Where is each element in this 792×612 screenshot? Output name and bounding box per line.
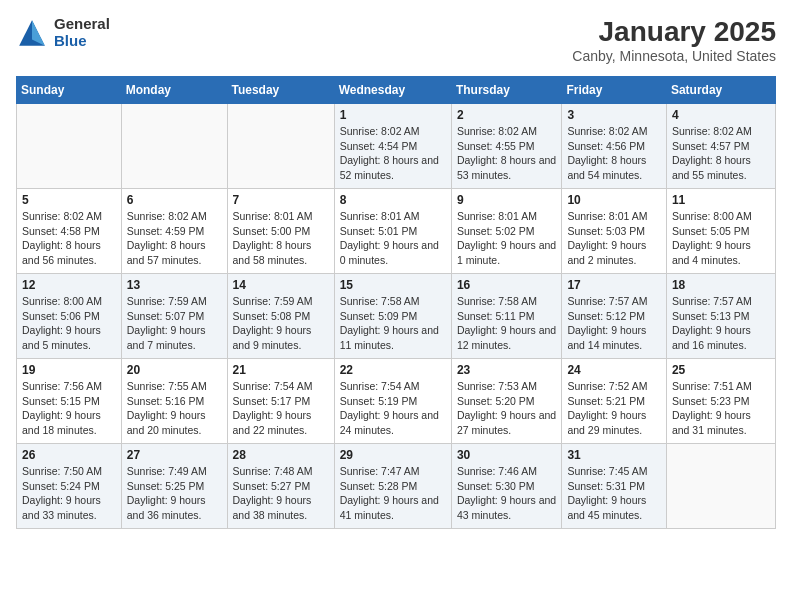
day-number: 24 bbox=[567, 363, 660, 377]
day-info: Sunrise: 8:02 AMSunset: 4:57 PMDaylight:… bbox=[672, 124, 770, 183]
day-number: 31 bbox=[567, 448, 660, 462]
logo-general: General bbox=[54, 16, 110, 33]
day-number: 20 bbox=[127, 363, 222, 377]
week-row-2: 5Sunrise: 8:02 AMSunset: 4:58 PMDaylight… bbox=[17, 189, 776, 274]
day-cell: 30Sunrise: 7:46 AMSunset: 5:30 PMDayligh… bbox=[451, 444, 562, 529]
header-row: SundayMondayTuesdayWednesdayThursdayFrid… bbox=[17, 77, 776, 104]
day-cell: 5Sunrise: 8:02 AMSunset: 4:58 PMDaylight… bbox=[17, 189, 122, 274]
day-number: 22 bbox=[340, 363, 446, 377]
day-info: Sunrise: 7:51 AMSunset: 5:23 PMDaylight:… bbox=[672, 379, 770, 438]
day-cell: 29Sunrise: 7:47 AMSunset: 5:28 PMDayligh… bbox=[334, 444, 451, 529]
day-info: Sunrise: 7:45 AMSunset: 5:31 PMDaylight:… bbox=[567, 464, 660, 523]
day-number: 8 bbox=[340, 193, 446, 207]
day-info: Sunrise: 8:01 AMSunset: 5:03 PMDaylight:… bbox=[567, 209, 660, 268]
day-cell: 15Sunrise: 7:58 AMSunset: 5:09 PMDayligh… bbox=[334, 274, 451, 359]
day-number: 12 bbox=[22, 278, 116, 292]
page-header: General Blue January 2025 Canby, Minneso… bbox=[16, 16, 776, 64]
header-cell-thursday: Thursday bbox=[451, 77, 562, 104]
day-info: Sunrise: 7:55 AMSunset: 5:16 PMDaylight:… bbox=[127, 379, 222, 438]
day-number: 3 bbox=[567, 108, 660, 122]
day-info: Sunrise: 7:56 AMSunset: 5:15 PMDaylight:… bbox=[22, 379, 116, 438]
day-info: Sunrise: 8:02 AMSunset: 4:56 PMDaylight:… bbox=[567, 124, 660, 183]
day-cell: 12Sunrise: 8:00 AMSunset: 5:06 PMDayligh… bbox=[17, 274, 122, 359]
day-number: 11 bbox=[672, 193, 770, 207]
logo-text: General Blue bbox=[54, 16, 110, 49]
logo-blue: Blue bbox=[54, 33, 110, 50]
day-number: 28 bbox=[233, 448, 329, 462]
day-info: Sunrise: 8:02 AMSunset: 4:55 PMDaylight:… bbox=[457, 124, 557, 183]
day-cell: 11Sunrise: 8:00 AMSunset: 5:05 PMDayligh… bbox=[666, 189, 775, 274]
day-info: Sunrise: 7:50 AMSunset: 5:24 PMDaylight:… bbox=[22, 464, 116, 523]
day-number: 9 bbox=[457, 193, 557, 207]
day-info: Sunrise: 8:02 AMSunset: 4:58 PMDaylight:… bbox=[22, 209, 116, 268]
day-number: 7 bbox=[233, 193, 329, 207]
day-info: Sunrise: 7:58 AMSunset: 5:11 PMDaylight:… bbox=[457, 294, 557, 353]
calendar-header: SundayMondayTuesdayWednesdayThursdayFrid… bbox=[17, 77, 776, 104]
day-cell: 10Sunrise: 8:01 AMSunset: 5:03 PMDayligh… bbox=[562, 189, 666, 274]
header-cell-sunday: Sunday bbox=[17, 77, 122, 104]
calendar-table: SundayMondayTuesdayWednesdayThursdayFrid… bbox=[16, 76, 776, 529]
header-cell-saturday: Saturday bbox=[666, 77, 775, 104]
day-info: Sunrise: 7:58 AMSunset: 5:09 PMDaylight:… bbox=[340, 294, 446, 353]
day-info: Sunrise: 8:01 AMSunset: 5:01 PMDaylight:… bbox=[340, 209, 446, 268]
day-cell: 9Sunrise: 8:01 AMSunset: 5:02 PMDaylight… bbox=[451, 189, 562, 274]
day-cell: 2Sunrise: 8:02 AMSunset: 4:55 PMDaylight… bbox=[451, 104, 562, 189]
day-cell: 4Sunrise: 8:02 AMSunset: 4:57 PMDaylight… bbox=[666, 104, 775, 189]
day-cell: 8Sunrise: 8:01 AMSunset: 5:01 PMDaylight… bbox=[334, 189, 451, 274]
day-number: 6 bbox=[127, 193, 222, 207]
day-number: 21 bbox=[233, 363, 329, 377]
day-number: 1 bbox=[340, 108, 446, 122]
day-cell: 6Sunrise: 8:02 AMSunset: 4:59 PMDaylight… bbox=[121, 189, 227, 274]
day-number: 19 bbox=[22, 363, 116, 377]
day-info: Sunrise: 8:02 AMSunset: 4:59 PMDaylight:… bbox=[127, 209, 222, 268]
day-cell: 16Sunrise: 7:58 AMSunset: 5:11 PMDayligh… bbox=[451, 274, 562, 359]
subtitle: Canby, Minnesota, United States bbox=[572, 48, 776, 64]
header-cell-monday: Monday bbox=[121, 77, 227, 104]
header-cell-wednesday: Wednesday bbox=[334, 77, 451, 104]
day-info: Sunrise: 7:48 AMSunset: 5:27 PMDaylight:… bbox=[233, 464, 329, 523]
day-cell: 17Sunrise: 7:57 AMSunset: 5:12 PMDayligh… bbox=[562, 274, 666, 359]
day-info: Sunrise: 8:02 AMSunset: 4:54 PMDaylight:… bbox=[340, 124, 446, 183]
day-cell: 18Sunrise: 7:57 AMSunset: 5:13 PMDayligh… bbox=[666, 274, 775, 359]
day-cell: 21Sunrise: 7:54 AMSunset: 5:17 PMDayligh… bbox=[227, 359, 334, 444]
day-cell: 31Sunrise: 7:45 AMSunset: 5:31 PMDayligh… bbox=[562, 444, 666, 529]
day-cell: 25Sunrise: 7:51 AMSunset: 5:23 PMDayligh… bbox=[666, 359, 775, 444]
day-info: Sunrise: 7:54 AMSunset: 5:17 PMDaylight:… bbox=[233, 379, 329, 438]
day-cell: 26Sunrise: 7:50 AMSunset: 5:24 PMDayligh… bbox=[17, 444, 122, 529]
day-cell bbox=[227, 104, 334, 189]
day-cell: 3Sunrise: 8:02 AMSunset: 4:56 PMDaylight… bbox=[562, 104, 666, 189]
day-info: Sunrise: 7:52 AMSunset: 5:21 PMDaylight:… bbox=[567, 379, 660, 438]
day-number: 30 bbox=[457, 448, 557, 462]
day-cell: 20Sunrise: 7:55 AMSunset: 5:16 PMDayligh… bbox=[121, 359, 227, 444]
day-info: Sunrise: 8:00 AMSunset: 5:05 PMDaylight:… bbox=[672, 209, 770, 268]
logo-icon bbox=[16, 17, 48, 49]
day-number: 16 bbox=[457, 278, 557, 292]
day-number: 26 bbox=[22, 448, 116, 462]
header-cell-tuesday: Tuesday bbox=[227, 77, 334, 104]
day-number: 25 bbox=[672, 363, 770, 377]
day-cell bbox=[121, 104, 227, 189]
day-cell: 28Sunrise: 7:48 AMSunset: 5:27 PMDayligh… bbox=[227, 444, 334, 529]
day-number: 10 bbox=[567, 193, 660, 207]
day-number: 15 bbox=[340, 278, 446, 292]
day-info: Sunrise: 7:53 AMSunset: 5:20 PMDaylight:… bbox=[457, 379, 557, 438]
day-info: Sunrise: 7:46 AMSunset: 5:30 PMDaylight:… bbox=[457, 464, 557, 523]
day-info: Sunrise: 7:57 AMSunset: 5:13 PMDaylight:… bbox=[672, 294, 770, 353]
day-info: Sunrise: 8:01 AMSunset: 5:00 PMDaylight:… bbox=[233, 209, 329, 268]
day-cell: 14Sunrise: 7:59 AMSunset: 5:08 PMDayligh… bbox=[227, 274, 334, 359]
day-cell: 19Sunrise: 7:56 AMSunset: 5:15 PMDayligh… bbox=[17, 359, 122, 444]
day-number: 29 bbox=[340, 448, 446, 462]
day-info: Sunrise: 8:01 AMSunset: 5:02 PMDaylight:… bbox=[457, 209, 557, 268]
logo: General Blue bbox=[16, 16, 110, 49]
day-info: Sunrise: 7:54 AMSunset: 5:19 PMDaylight:… bbox=[340, 379, 446, 438]
day-number: 18 bbox=[672, 278, 770, 292]
day-number: 5 bbox=[22, 193, 116, 207]
day-info: Sunrise: 8:00 AMSunset: 5:06 PMDaylight:… bbox=[22, 294, 116, 353]
day-info: Sunrise: 7:57 AMSunset: 5:12 PMDaylight:… bbox=[567, 294, 660, 353]
day-info: Sunrise: 7:59 AMSunset: 5:07 PMDaylight:… bbox=[127, 294, 222, 353]
day-cell: 27Sunrise: 7:49 AMSunset: 5:25 PMDayligh… bbox=[121, 444, 227, 529]
day-cell: 7Sunrise: 8:01 AMSunset: 5:00 PMDaylight… bbox=[227, 189, 334, 274]
day-cell bbox=[17, 104, 122, 189]
day-cell: 13Sunrise: 7:59 AMSunset: 5:07 PMDayligh… bbox=[121, 274, 227, 359]
day-cell: 24Sunrise: 7:52 AMSunset: 5:21 PMDayligh… bbox=[562, 359, 666, 444]
